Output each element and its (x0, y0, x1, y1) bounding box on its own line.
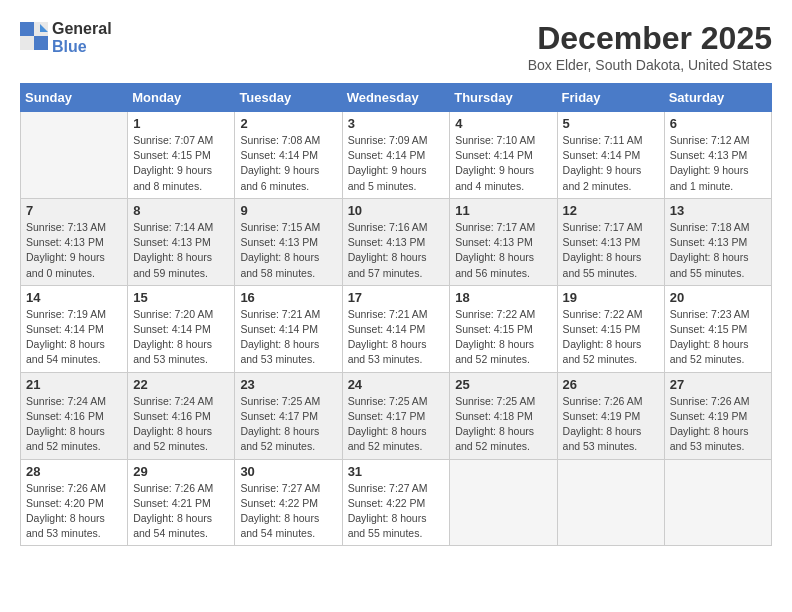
day-number: 5 (563, 116, 659, 131)
calendar-cell: 11Sunrise: 7:17 AMSunset: 4:13 PMDayligh… (450, 198, 557, 285)
calendar-cell: 4Sunrise: 7:10 AMSunset: 4:14 PMDaylight… (450, 112, 557, 199)
calendar-header-row: SundayMondayTuesdayWednesdayThursdayFrid… (21, 84, 772, 112)
calendar-cell: 2Sunrise: 7:08 AMSunset: 4:14 PMDaylight… (235, 112, 342, 199)
day-number: 13 (670, 203, 766, 218)
calendar-cell: 19Sunrise: 7:22 AMSunset: 4:15 PMDayligh… (557, 285, 664, 372)
day-info: Sunrise: 7:19 AMSunset: 4:14 PMDaylight:… (26, 307, 122, 368)
calendar-cell: 5Sunrise: 7:11 AMSunset: 4:14 PMDaylight… (557, 112, 664, 199)
day-number: 10 (348, 203, 445, 218)
calendar-cell: 6Sunrise: 7:12 AMSunset: 4:13 PMDaylight… (664, 112, 771, 199)
calendar-cell: 27Sunrise: 7:26 AMSunset: 4:19 PMDayligh… (664, 372, 771, 459)
calendar-cell: 23Sunrise: 7:25 AMSunset: 4:17 PMDayligh… (235, 372, 342, 459)
day-info: Sunrise: 7:10 AMSunset: 4:14 PMDaylight:… (455, 133, 551, 194)
calendar-cell (557, 459, 664, 546)
svg-rect-2 (20, 36, 34, 50)
day-info: Sunrise: 7:27 AMSunset: 4:22 PMDaylight:… (348, 481, 445, 542)
calendar-week-row: 21Sunrise: 7:24 AMSunset: 4:16 PMDayligh… (21, 372, 772, 459)
day-number: 31 (348, 464, 445, 479)
day-info: Sunrise: 7:07 AMSunset: 4:15 PMDaylight:… (133, 133, 229, 194)
day-number: 19 (563, 290, 659, 305)
calendar-cell: 25Sunrise: 7:25 AMSunset: 4:18 PMDayligh… (450, 372, 557, 459)
day-info: Sunrise: 7:26 AMSunset: 4:20 PMDaylight:… (26, 481, 122, 542)
calendar-cell: 28Sunrise: 7:26 AMSunset: 4:20 PMDayligh… (21, 459, 128, 546)
day-number: 9 (240, 203, 336, 218)
day-info: Sunrise: 7:25 AMSunset: 4:18 PMDaylight:… (455, 394, 551, 455)
calendar-cell (664, 459, 771, 546)
column-header-thursday: Thursday (450, 84, 557, 112)
day-number: 7 (26, 203, 122, 218)
day-number: 3 (348, 116, 445, 131)
day-number: 21 (26, 377, 122, 392)
logo: General Blue (20, 20, 112, 56)
day-info: Sunrise: 7:21 AMSunset: 4:14 PMDaylight:… (348, 307, 445, 368)
day-number: 30 (240, 464, 336, 479)
day-info: Sunrise: 7:14 AMSunset: 4:13 PMDaylight:… (133, 220, 229, 281)
day-number: 1 (133, 116, 229, 131)
day-info: Sunrise: 7:11 AMSunset: 4:14 PMDaylight:… (563, 133, 659, 194)
calendar-week-row: 1Sunrise: 7:07 AMSunset: 4:15 PMDaylight… (21, 112, 772, 199)
calendar-cell: 9Sunrise: 7:15 AMSunset: 4:13 PMDaylight… (235, 198, 342, 285)
day-info: Sunrise: 7:24 AMSunset: 4:16 PMDaylight:… (26, 394, 122, 455)
column-header-tuesday: Tuesday (235, 84, 342, 112)
calendar-cell: 14Sunrise: 7:19 AMSunset: 4:14 PMDayligh… (21, 285, 128, 372)
day-info: Sunrise: 7:25 AMSunset: 4:17 PMDaylight:… (240, 394, 336, 455)
day-info: Sunrise: 7:17 AMSunset: 4:13 PMDaylight:… (455, 220, 551, 281)
calendar-cell (450, 459, 557, 546)
column-header-monday: Monday (128, 84, 235, 112)
column-header-wednesday: Wednesday (342, 84, 450, 112)
calendar-cell: 22Sunrise: 7:24 AMSunset: 4:16 PMDayligh… (128, 372, 235, 459)
calendar-cell: 8Sunrise: 7:14 AMSunset: 4:13 PMDaylight… (128, 198, 235, 285)
day-info: Sunrise: 7:26 AMSunset: 4:21 PMDaylight:… (133, 481, 229, 542)
day-info: Sunrise: 7:24 AMSunset: 4:16 PMDaylight:… (133, 394, 229, 455)
day-info: Sunrise: 7:15 AMSunset: 4:13 PMDaylight:… (240, 220, 336, 281)
calendar-subtitle: Box Elder, South Dakota, United States (528, 57, 772, 73)
calendar-cell: 21Sunrise: 7:24 AMSunset: 4:16 PMDayligh… (21, 372, 128, 459)
day-number: 2 (240, 116, 336, 131)
day-number: 24 (348, 377, 445, 392)
calendar-cell: 16Sunrise: 7:21 AMSunset: 4:14 PMDayligh… (235, 285, 342, 372)
column-header-saturday: Saturday (664, 84, 771, 112)
calendar-cell: 10Sunrise: 7:16 AMSunset: 4:13 PMDayligh… (342, 198, 450, 285)
day-number: 14 (26, 290, 122, 305)
day-number: 17 (348, 290, 445, 305)
page-header: General Blue December 2025 Box Elder, So… (20, 20, 772, 73)
day-info: Sunrise: 7:23 AMSunset: 4:15 PMDaylight:… (670, 307, 766, 368)
day-info: Sunrise: 7:22 AMSunset: 4:15 PMDaylight:… (455, 307, 551, 368)
calendar-cell: 1Sunrise: 7:07 AMSunset: 4:15 PMDaylight… (128, 112, 235, 199)
calendar-cell: 18Sunrise: 7:22 AMSunset: 4:15 PMDayligh… (450, 285, 557, 372)
title-block: December 2025 Box Elder, South Dakota, U… (528, 20, 772, 73)
svg-rect-0 (20, 22, 34, 36)
day-info: Sunrise: 7:08 AMSunset: 4:14 PMDaylight:… (240, 133, 336, 194)
day-number: 28 (26, 464, 122, 479)
day-number: 15 (133, 290, 229, 305)
day-number: 6 (670, 116, 766, 131)
calendar-cell: 31Sunrise: 7:27 AMSunset: 4:22 PMDayligh… (342, 459, 450, 546)
day-number: 27 (670, 377, 766, 392)
day-number: 26 (563, 377, 659, 392)
day-info: Sunrise: 7:17 AMSunset: 4:13 PMDaylight:… (563, 220, 659, 281)
day-info: Sunrise: 7:21 AMSunset: 4:14 PMDaylight:… (240, 307, 336, 368)
calendar-table: SundayMondayTuesdayWednesdayThursdayFrid… (20, 83, 772, 546)
calendar-cell: 26Sunrise: 7:26 AMSunset: 4:19 PMDayligh… (557, 372, 664, 459)
day-info: Sunrise: 7:27 AMSunset: 4:22 PMDaylight:… (240, 481, 336, 542)
day-number: 20 (670, 290, 766, 305)
logo-blue: Blue (52, 38, 87, 55)
day-number: 25 (455, 377, 551, 392)
calendar-cell (21, 112, 128, 199)
calendar-cell: 12Sunrise: 7:17 AMSunset: 4:13 PMDayligh… (557, 198, 664, 285)
day-number: 16 (240, 290, 336, 305)
day-number: 23 (240, 377, 336, 392)
calendar-cell: 30Sunrise: 7:27 AMSunset: 4:22 PMDayligh… (235, 459, 342, 546)
calendar-cell: 29Sunrise: 7:26 AMSunset: 4:21 PMDayligh… (128, 459, 235, 546)
logo-icon (20, 22, 48, 54)
day-number: 12 (563, 203, 659, 218)
column-header-sunday: Sunday (21, 84, 128, 112)
day-info: Sunrise: 7:22 AMSunset: 4:15 PMDaylight:… (563, 307, 659, 368)
calendar-cell: 24Sunrise: 7:25 AMSunset: 4:17 PMDayligh… (342, 372, 450, 459)
day-number: 8 (133, 203, 229, 218)
day-info: Sunrise: 7:09 AMSunset: 4:14 PMDaylight:… (348, 133, 445, 194)
calendar-week-row: 7Sunrise: 7:13 AMSunset: 4:13 PMDaylight… (21, 198, 772, 285)
day-info: Sunrise: 7:16 AMSunset: 4:13 PMDaylight:… (348, 220, 445, 281)
day-info: Sunrise: 7:26 AMSunset: 4:19 PMDaylight:… (670, 394, 766, 455)
calendar-week-row: 14Sunrise: 7:19 AMSunset: 4:14 PMDayligh… (21, 285, 772, 372)
